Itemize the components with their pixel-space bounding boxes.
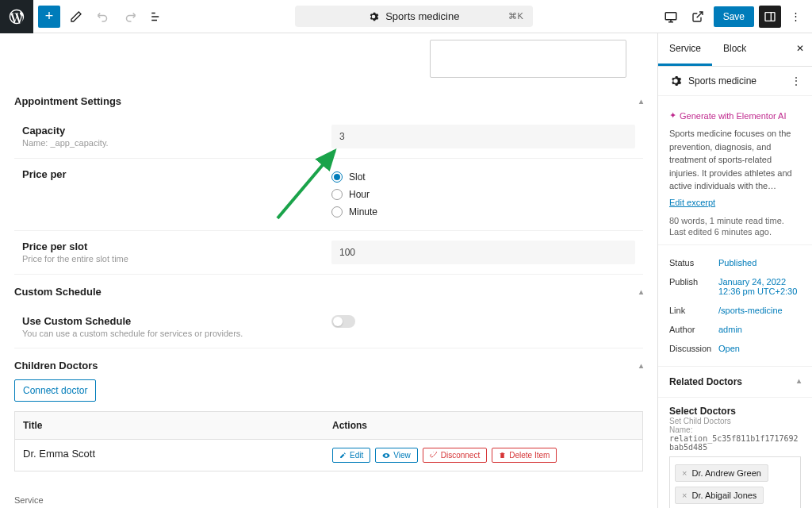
gear-icon (669, 75, 682, 87)
remove-chip-icon[interactable]: × (682, 468, 687, 478)
price-per-label: Price per (22, 168, 331, 180)
tab-block[interactable]: Block (712, 33, 757, 66)
save-button[interactable]: Save (714, 6, 754, 27)
more-icon[interactable]: ⋮ (791, 75, 801, 87)
shortcut-hint: ⌘K (508, 11, 523, 21)
connect-doctor-button[interactable]: Connect doctor (14, 379, 96, 402)
price-per-hour-radio[interactable]: Hour (331, 186, 635, 203)
footer-breadcrumb: Service (14, 495, 44, 505)
sidebar-title: Sports medicine (688, 75, 756, 87)
document-overview-icon[interactable] (146, 6, 168, 28)
remove-chip-icon[interactable]: × (682, 491, 687, 500)
edit-excerpt-link[interactable]: Edit excerpt (669, 198, 715, 207)
undo-icon (92, 6, 114, 28)
eye-icon (382, 452, 390, 460)
price-per-minute-radio[interactable]: Minute (331, 203, 635, 221)
edit-button[interactable]: Edit (332, 448, 370, 463)
doctor-chip: ×Dr. Andrew Green (675, 464, 768, 482)
collapse-icon[interactable]: ▴ (797, 376, 801, 387)
capacity-input[interactable] (331, 125, 635, 148)
delete-button[interactable]: Delete Item (492, 448, 557, 463)
doctor-chip-list: ×Dr. Andrew Green ×Dr. Abigail Jones (669, 456, 801, 509)
table-header-title: Title (15, 412, 324, 439)
last-edited: Last edited 6 minutes ago. (669, 227, 801, 237)
gear-icon (368, 11, 379, 22)
collapse-icon[interactable]: ▴ (639, 361, 643, 370)
status-value[interactable]: Published (718, 258, 756, 267)
doctor-chip: ×Dr. Abigail Jones (675, 487, 764, 504)
word-count: 80 words, 1 minute read time. (669, 216, 801, 225)
excerpt-text: Sports medicine focuses on the preventio… (669, 127, 801, 193)
price-per-slot-input[interactable] (331, 241, 635, 264)
svg-rect-1 (765, 12, 775, 21)
edit-tool-icon[interactable] (65, 6, 87, 28)
redo-icon (119, 6, 141, 28)
add-block-button[interactable]: + (38, 6, 60, 28)
publish-value[interactable]: January 24, 202212:36 pm UTC+2:30 (718, 277, 797, 296)
desktop-preview-icon[interactable] (660, 6, 682, 28)
collapse-icon[interactable]: ▴ (639, 97, 643, 106)
wordpress-logo[interactable] (0, 0, 33, 33)
table-row: Dr. Emma Scott Edit View Disconnect Dele… (15, 440, 642, 471)
children-doctors-section-title: Children Doctors (14, 360, 98, 371)
document-title: Sports medicine (385, 10, 459, 22)
use-schedule-toggle[interactable] (331, 315, 355, 328)
view-button[interactable]: View (375, 448, 418, 463)
external-open-icon[interactable] (687, 6, 709, 28)
relation-name-value: relation_5c35f811b1f1717692bab5d485 (669, 434, 801, 452)
trash-icon (499, 452, 506, 459)
price-per-slot-sublabel: Price for the entire slot time (22, 254, 331, 264)
collapse-icon[interactable]: ▴ (639, 287, 643, 296)
pencil-icon (339, 452, 347, 459)
discussion-value[interactable]: Open (718, 344, 740, 353)
more-options-icon[interactable]: ⋮ (786, 10, 806, 22)
select-doctors-label: Select Doctors (669, 406, 801, 417)
sidebar-toggle-icon[interactable] (759, 6, 781, 28)
doctor-name-cell: Dr. Emma Scott (15, 440, 324, 471)
author-value[interactable]: admin (718, 325, 742, 334)
tab-service[interactable]: Service (658, 33, 712, 66)
unlink-icon (430, 452, 438, 460)
use-schedule-sublabel: You can use a custom schedule for servic… (22, 329, 331, 338)
close-sidebar-icon[interactable]: ✕ (796, 43, 804, 54)
capacity-label: Capacity (22, 125, 331, 137)
generate-ai-link[interactable]: ✦ Generate with Elementor AI (669, 110, 801, 121)
custom-schedule-section-title: Custom Schedule (14, 286, 102, 298)
description-textarea[interactable] (430, 40, 626, 78)
price-per-slot-radio[interactable]: Slot (331, 168, 635, 186)
capacity-sublabel: Name: _app_capacity. (22, 138, 331, 148)
appointment-section-title: Appointment Settings (14, 95, 121, 107)
svg-rect-0 (665, 12, 676, 19)
related-doctors-title: Related Doctors (669, 376, 742, 387)
document-title-pill[interactable]: Sports medicine ⌘K (295, 6, 533, 27)
children-doctors-table: Title Actions Dr. Emma Scott Edit View D… (14, 411, 643, 471)
use-schedule-label: Use Custom Schedule (22, 315, 331, 327)
disconnect-button[interactable]: Disconnect (423, 448, 487, 463)
link-value[interactable]: /sports-medicine (718, 306, 783, 315)
table-header-actions: Actions (324, 412, 375, 439)
price-per-slot-label: Price per slot (22, 241, 331, 252)
